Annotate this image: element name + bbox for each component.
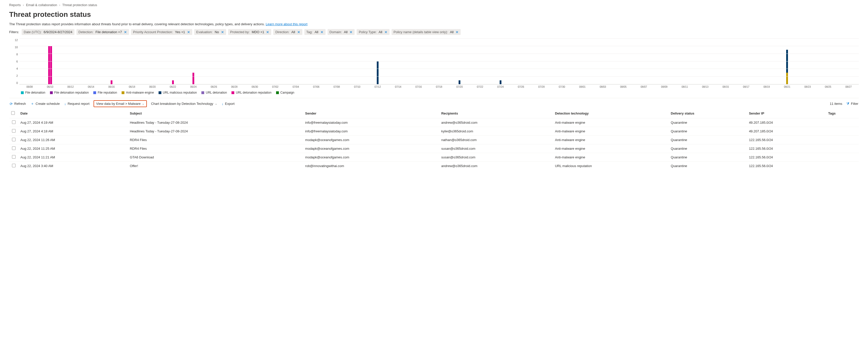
filter-chip[interactable]: Detection: File detonation +7✕ xyxy=(76,29,129,35)
filter-key: Tag: xyxy=(306,30,313,34)
legend-item[interactable]: URL detonation xyxy=(202,91,227,94)
row-checkbox[interactable] xyxy=(12,138,16,141)
x-tick: 07/02 xyxy=(265,84,285,88)
column-header[interactable]: Sender IP xyxy=(747,109,826,118)
row-checkbox[interactable] xyxy=(12,146,16,150)
request-report-button[interactable]: ↓Request report xyxy=(64,101,90,107)
filter-value: All xyxy=(344,30,347,34)
legend-item[interactable]: URL detonation reputation xyxy=(231,91,272,94)
column-header[interactable]: Recipients xyxy=(439,109,553,118)
bar-slot xyxy=(797,38,818,84)
cell-sender: info@freemalaysiatoday.com xyxy=(303,118,439,127)
column-header[interactable]: Sender xyxy=(303,109,439,118)
cell-recipients: susan@o365droid.com xyxy=(439,153,553,162)
column-header[interactable]: Tags xyxy=(826,109,859,118)
select-all-checkbox[interactable] xyxy=(11,111,15,115)
close-icon[interactable]: ✕ xyxy=(384,30,388,34)
filter-chip[interactable]: Evaluation: No✕ xyxy=(194,29,226,35)
bar-slot xyxy=(429,38,449,84)
close-icon[interactable]: ✕ xyxy=(320,30,323,34)
bar[interactable] xyxy=(172,80,174,84)
learn-more-link[interactable]: Learn more about this report xyxy=(266,22,307,26)
filter-chip[interactable]: Policy Type: All✕ xyxy=(356,29,389,35)
table-row[interactable]: Aug 27, 2024 4:18 AMHeadlines Today - Tu… xyxy=(9,127,859,136)
column-header[interactable]: Date xyxy=(18,109,128,118)
table-row[interactable]: Aug 27, 2024 4:19 AMHeadlines Today - Tu… xyxy=(9,118,859,127)
legend-item[interactable]: File detonation reputation xyxy=(50,91,89,94)
row-checkbox[interactable] xyxy=(12,129,16,133)
refresh-button[interactable]: ⟳Refresh xyxy=(9,101,27,107)
bar[interactable] xyxy=(459,80,460,84)
close-icon[interactable]: ✕ xyxy=(187,30,190,34)
cell-ip: 122.165.56.0/24 xyxy=(747,153,826,162)
close-icon[interactable]: ✕ xyxy=(221,30,224,34)
filter-chip[interactable]: Policy name (details table view only): A… xyxy=(392,29,461,35)
bar-slot xyxy=(572,38,592,84)
filter-chip[interactable]: Tag: All✕ xyxy=(304,29,326,35)
page-title: Threat protection status xyxy=(9,10,859,19)
chart: 121086420 06/0806/1006/1206/1406/1606/18… xyxy=(9,38,859,88)
bar[interactable] xyxy=(192,73,194,84)
cell-delivery: Quarantine xyxy=(669,153,747,162)
legend-item[interactable]: URL malicious reputation xyxy=(159,91,197,94)
close-icon[interactable]: ✕ xyxy=(297,30,300,34)
table-row[interactable]: Aug 22, 2024 11:25 AMRDR4 Filesmodapk@oc… xyxy=(9,144,859,153)
export-button[interactable]: ↓Export xyxy=(221,101,235,107)
filter-chip[interactable]: Date (UTC): 6/9/2024-8/27/2024 xyxy=(22,29,74,35)
create-schedule-button[interactable]: ＋Create schedule xyxy=(30,101,60,107)
cell-date: Aug 27, 2024 4:18 AM xyxy=(18,127,128,136)
cell-delivery: Quarantine xyxy=(669,127,747,136)
cell-subject: Headlines Today - Tuesday-27-08-2024 xyxy=(128,118,303,127)
cell-sender: modapk@oceanofgames.com xyxy=(303,136,439,144)
row-checkbox[interactable] xyxy=(12,164,16,167)
table-row[interactable]: Aug 22, 2024 3:40 AMOffer!rob@innovating… xyxy=(9,162,859,170)
cell-subject: Offer! xyxy=(128,162,303,170)
filter-chip[interactable]: Domain: All✕ xyxy=(328,29,355,35)
x-tick: 08/05 xyxy=(613,84,633,88)
legend-label: File detonation reputation xyxy=(54,91,89,94)
filter-value: Yes +1 xyxy=(175,30,185,34)
row-checkbox[interactable] xyxy=(12,120,16,124)
filter-chip[interactable]: Direction: All✕ xyxy=(273,29,302,35)
download-icon: ↓ xyxy=(222,102,223,106)
breadcrumb-reports[interactable]: Reports xyxy=(9,3,21,7)
bar[interactable] xyxy=(377,61,378,84)
chart-breakdown-dropdown[interactable]: Chart breakdown by Detection Technology⌄ xyxy=(150,101,217,107)
column-header[interactable]: Subject xyxy=(128,109,303,118)
column-header[interactable]: Delivery status xyxy=(669,109,747,118)
bar[interactable] xyxy=(786,73,788,84)
legend-item[interactable]: Campaign xyxy=(276,91,294,94)
bar[interactable] xyxy=(50,46,52,84)
close-icon[interactable]: ✕ xyxy=(349,30,352,34)
close-icon[interactable]: ✕ xyxy=(124,30,127,34)
filter-chip[interactable]: Protected by: MDO +1✕ xyxy=(228,29,271,35)
bar[interactable] xyxy=(48,46,50,84)
cell-subject: Headlines Today - Tuesday-27-08-2024 xyxy=(128,127,303,136)
legend-item[interactable]: File reputation xyxy=(93,91,117,94)
x-tick: 07/12 xyxy=(367,84,388,88)
legend-item[interactable]: File detonation xyxy=(21,91,45,94)
bar-slot xyxy=(695,38,715,84)
bar[interactable] xyxy=(111,80,113,84)
chart-legend: File detonationFile detonation reputatio… xyxy=(21,91,859,94)
bar-slot xyxy=(756,38,777,84)
x-tick: 06/30 xyxy=(245,84,265,88)
bar[interactable] xyxy=(500,80,501,84)
bar-slot xyxy=(654,38,675,84)
chevron-right-icon: › xyxy=(59,3,60,7)
chevron-right-icon: › xyxy=(23,3,24,7)
close-icon[interactable]: ✕ xyxy=(456,30,459,34)
filter-button[interactable]: ⧩Filter xyxy=(846,101,859,107)
filter-value: All xyxy=(291,30,295,34)
close-icon[interactable]: ✕ xyxy=(266,30,269,34)
legend-item[interactable]: Anti-malware engine xyxy=(122,91,154,94)
column-header[interactable]: Detection technology xyxy=(553,109,669,118)
bar-slot xyxy=(408,38,429,84)
cell-ip: 122.165.56.0/24 xyxy=(747,162,826,170)
table-row[interactable]: Aug 22, 2024 11:21 AMGTA6 Downloadmodapk… xyxy=(9,153,859,162)
table-row[interactable]: Aug 22, 2024 11:26 AMRDR4 Filesmodapk@oc… xyxy=(9,136,859,144)
filter-chip[interactable]: Priority Account Protection: Yes +1✕ xyxy=(131,29,192,35)
view-data-dropdown[interactable]: View data by Email > Malware⌄ xyxy=(94,100,147,107)
breadcrumb-email[interactable]: Email & collaboration xyxy=(26,3,57,7)
row-checkbox[interactable] xyxy=(12,155,16,159)
